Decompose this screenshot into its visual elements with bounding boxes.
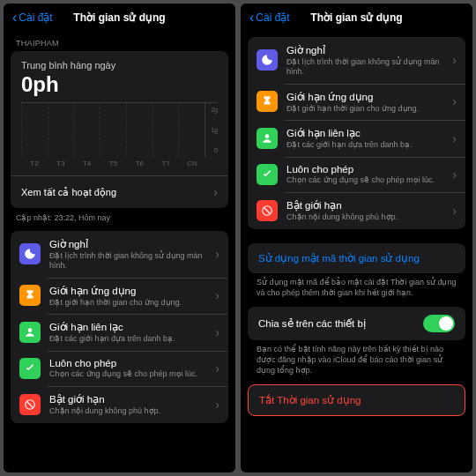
row-communication[interactable]: Giới hạn liên lạc Đặt các giới hạn dựa t… (248, 120, 465, 157)
moon-icon (19, 243, 41, 264)
row-downtime[interactable]: Giờ nghỉ Đặt lịch trình thời gian không … (11, 231, 228, 278)
nosign-icon (257, 200, 278, 221)
usage-chart: 2g 1g 0 (21, 102, 218, 157)
phone-right: ‹ Cài đặt Thời gian sử dụng Giờ nghỉ Đặt… (241, 4, 472, 472)
chevron-right-icon: › (215, 325, 219, 339)
passcode-footer: Sử dụng mật mã để bảo mật cài đặt Thời g… (248, 273, 465, 307)
header: ‹ Cài đặt Thời gian sử dụng (241, 4, 472, 30)
phone-left: ‹ Cài đặt Thời gian sử dụng THAIPHAM Tru… (4, 4, 235, 472)
checkmark-icon (257, 164, 278, 185)
row-restrictions[interactable]: Bật giới hạn Chặn nội dung không phù hợp… (248, 192, 465, 229)
avg-value: 0ph (21, 72, 218, 97)
row-always-allowed[interactable]: Luôn cho phép Chọn các ứng dụng sẽ cho p… (11, 351, 228, 386)
updated-label: Cập nhật: 23:22, Hôm nay (11, 208, 228, 231)
settings-group: Giờ nghỉ Đặt lịch trình thời gian không … (11, 231, 228, 423)
back-label: Cài đặt (19, 11, 52, 24)
chevron-left-icon: ‹ (12, 11, 17, 25)
back-button[interactable]: ‹ Cài đặt (12, 11, 53, 25)
chevron-right-icon: › (452, 167, 457, 182)
share-toggle[interactable] (423, 315, 455, 332)
share-label: Chia sẻ trên các thiết bị (258, 317, 366, 330)
usage-card: Trung bình hàng ngày 0ph 2g 1g 0 T2T3 T4… (11, 51, 228, 208)
chevron-right-icon: › (452, 53, 457, 67)
content: Giờ nghỉ Đặt lịch trình thời gian không … (241, 30, 472, 472)
header: ‹ Cài đặt Thời gian sử dụng (4, 4, 235, 30)
svg-point-3 (265, 135, 270, 139)
svg-line-2 (27, 402, 33, 408)
person-icon (19, 322, 41, 343)
chevron-right-icon: › (215, 398, 219, 412)
chevron-right-icon: › (213, 185, 218, 199)
page-title: Thời gian sử dụng (73, 11, 165, 24)
avg-label: Trung bình hàng ngày (21, 60, 218, 71)
chevron-right-icon: › (215, 361, 219, 376)
turn-off-button[interactable]: Tắt Thời gian sử dụng (248, 384, 465, 416)
chevron-right-icon: › (215, 288, 219, 302)
nosign-icon (19, 394, 41, 415)
chart-y-axis: 2g 1g 0 (205, 103, 218, 157)
chevron-right-icon: › (452, 94, 457, 108)
see-all-label: Xem tất cả hoạt động (21, 187, 116, 198)
share-across-devices-row[interactable]: Chia sẻ trên các thiết bị (248, 307, 465, 340)
content: THAIPHAM Trung bình hàng ngày 0ph 2g 1g … (4, 30, 235, 472)
chart-grid (21, 103, 205, 157)
chart-x-axis: T2T3 T4T5 T6T7 CN (21, 157, 218, 170)
row-app-limits[interactable]: Giới hạn ứng dụng Đặt giới hạn thời gian… (11, 278, 228, 315)
settings-group: Giờ nghỉ Đặt lịch trình thời gian không … (248, 37, 465, 229)
chevron-left-icon: ‹ (249, 11, 254, 25)
person-icon (257, 128, 278, 149)
hourglass-icon (19, 285, 41, 306)
share-footer: Bạn có thể bật tính năng này trên bất kỳ… (248, 340, 465, 384)
use-passcode-link[interactable]: Sử dụng mật mã thời gian sử dụng (248, 243, 465, 273)
page-title: Thời gian sử dụng (310, 11, 402, 24)
svg-line-5 (264, 208, 271, 214)
chevron-right-icon: › (452, 131, 457, 145)
checkmark-icon (19, 358, 41, 379)
row-app-limits[interactable]: Giới hạn ứng dụng Đặt giới hạn thời gian… (248, 84, 465, 121)
chevron-right-icon: › (215, 247, 219, 261)
row-downtime[interactable]: Giờ nghỉ Đặt lịch trình thời gian không … (248, 37, 465, 84)
row-always-allowed[interactable]: Luôn cho phép Chọn các ứng dụng sẽ cho p… (248, 157, 465, 192)
back-label: Cài đặt (256, 11, 289, 24)
row-communication[interactable]: Giới hạn liên lạc Đặt các giới hạn dựa t… (11, 314, 228, 351)
moon-icon (257, 49, 278, 71)
see-all-activity[interactable]: Xem tất cả hoạt động › (11, 175, 228, 208)
passcode-group: Sử dụng mật mã thời gian sử dụng (248, 243, 465, 273)
section-user-label: THAIPHAM (11, 30, 228, 51)
hourglass-icon (257, 91, 278, 112)
row-restrictions[interactable]: Bật giới hạn Chặn nội dung không phù hợp… (11, 386, 228, 423)
svg-point-0 (28, 329, 33, 333)
back-button[interactable]: ‹ Cài đặt (249, 11, 290, 25)
chevron-right-icon: › (452, 204, 457, 218)
